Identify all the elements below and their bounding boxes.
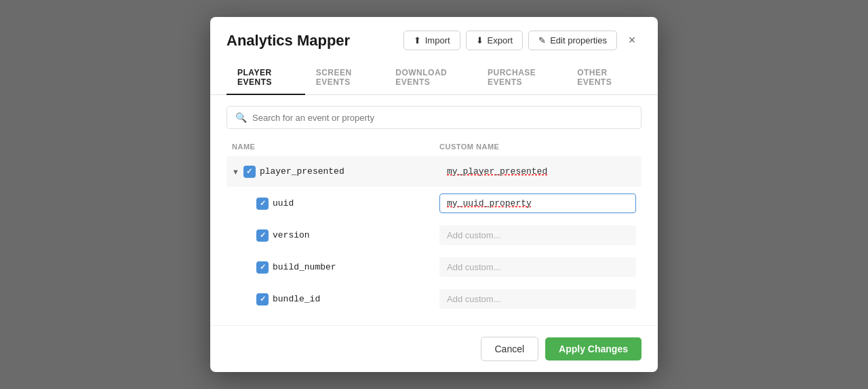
search-icon: 🔍	[235, 112, 247, 123]
import-label: Import	[425, 35, 450, 45]
tab-player-events[interactable]: PLAYER EVENTS	[226, 61, 305, 95]
custom-name-cell	[434, 162, 636, 181]
table-row: ▼ ✓ player_presented	[226, 156, 642, 187]
checkbox-version[interactable]: ✓	[256, 229, 269, 242]
search-input[interactable]	[252, 113, 633, 123]
checkbox-uuid[interactable]: ✓	[256, 198, 269, 210]
event-name: uuid	[273, 198, 294, 208]
table-row: ✓ bundle_id Add custom...	[226, 284, 642, 314]
edit-icon	[538, 35, 546, 45]
checkmark-icon: ✓	[260, 295, 266, 303]
checkmark-icon: ✓	[260, 263, 266, 272]
close-button[interactable]: ×	[623, 31, 642, 50]
custom-name-cell: Add custom...	[434, 289, 636, 309]
name-cell: ✓ uuid	[232, 198, 434, 210]
tab-download-events[interactable]: DOWNLOAD EVENTS	[384, 61, 477, 95]
tab-purchase-events[interactable]: PURCHASE EVENTS	[477, 61, 566, 95]
tabs-container: PLAYER EVENTS SCREEN EVENTS DOWNLOAD EVE…	[210, 61, 658, 95]
export-label: Export	[488, 35, 513, 45]
modal-footer: Cancel Apply Changes	[210, 325, 658, 372]
col-custom-name-label: CUSTOM NAME	[439, 143, 636, 151]
modal-title: Analytics Mapper	[226, 32, 395, 50]
event-name: player_presented	[260, 166, 344, 177]
table-row: ✓ build_number Add custom...	[226, 252, 642, 282]
header-buttons: Import Export Edit properties ×	[403, 31, 642, 50]
checkbox-build-number[interactable]: ✓	[256, 261, 269, 274]
col-name-label: NAME	[232, 143, 434, 151]
modal-body: 🔍 NAME CUSTOM NAME ▼ ✓ player_presented	[210, 95, 658, 325]
event-name: version	[273, 230, 310, 240]
export-button[interactable]: Export	[466, 31, 524, 50]
checkmark-icon: ✓	[260, 231, 266, 240]
apply-changes-button[interactable]: Apply Changes	[545, 337, 642, 360]
event-name: build_number	[273, 262, 336, 272]
tab-other-events[interactable]: OTHER EVENTS	[566, 61, 642, 95]
custom-name-cell: Add custom...	[434, 257, 636, 277]
custom-name-placeholder-build-number[interactable]: Add custom...	[439, 257, 636, 277]
event-name: bundle_id	[273, 294, 320, 304]
analytics-mapper-modal: Analytics Mapper Import Export Edit prop…	[210, 17, 658, 372]
download-icon	[476, 35, 484, 45]
checkmark-icon: ✓	[246, 167, 252, 176]
upload-icon	[414, 35, 421, 45]
custom-name-placeholder-version[interactable]: Add custom...	[439, 225, 636, 245]
name-cell: ✓ bundle_id	[232, 293, 434, 305]
name-cell: ▼ ✓ player_presented	[232, 166, 434, 178]
custom-name-cell	[434, 193, 636, 213]
custom-name-placeholder-bundle-id[interactable]: Add custom...	[439, 289, 636, 309]
search-bar: 🔍	[226, 106, 642, 129]
rows-container: ▼ ✓ player_presented ✓	[226, 156, 642, 314]
import-button[interactable]: Import	[403, 31, 460, 50]
custom-name-input-player-presented[interactable]	[439, 162, 636, 181]
checkbox-player-presented[interactable]: ✓	[243, 166, 256, 178]
custom-name-input-uuid[interactable]	[439, 193, 636, 213]
edit-properties-button[interactable]: Edit properties	[528, 31, 617, 50]
name-cell: ✓ build_number	[232, 261, 434, 274]
table-header: NAME CUSTOM NAME	[226, 140, 642, 153]
custom-name-cell: Add custom...	[434, 225, 636, 245]
table-row: ✓ uuid	[226, 188, 642, 219]
edit-properties-label: Edit properties	[550, 35, 607, 45]
tab-screen-events[interactable]: SCREEN EVENTS	[305, 61, 385, 95]
checkbox-bundle-id[interactable]: ✓	[256, 293, 269, 305]
name-cell: ✓ version	[232, 229, 434, 242]
chevron-down-icon[interactable]: ▼	[232, 168, 239, 176]
cancel-button[interactable]: Cancel	[481, 337, 539, 361]
table-row: ✓ version Add custom...	[226, 220, 642, 251]
modal-header: Analytics Mapper Import Export Edit prop…	[210, 17, 658, 50]
checkmark-icon: ✓	[260, 199, 266, 208]
